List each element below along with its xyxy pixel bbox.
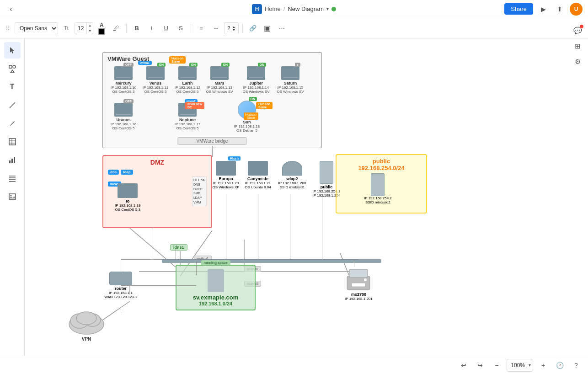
mx2700-node[interactable]: mx2700 IP 192.168.1.201 [345,267,373,301]
venus-server-icon [146,66,165,80]
pages-button[interactable]: ⊞ [571,39,584,53]
line-tool[interactable] [4,97,21,113]
fill-button[interactable]: ▣ [261,22,274,35]
history-button[interactable]: 🕐 [553,359,566,372]
chart-tool[interactable] [4,152,21,168]
ganymede-label: Ganymede [247,176,268,181]
jupiter-node[interactable]: ON Jupiter IP 192.168.1.14 OS Windows SV [240,66,272,94]
spacing-button[interactable]: ↔ [209,22,222,35]
shapes-tool[interactable] [4,60,21,77]
public2-node[interactable]: IP 192.168.254.2 SSID mintssid2 [364,173,392,204]
io-node[interactable]: Io IP 192.168.1.19 OS CentOS 5.3 [115,183,140,212]
svg-rect-0 [9,65,12,68]
saturn-server-icon [281,66,299,80]
font-type-button[interactable]: Tt [60,22,73,35]
zoom-dropdown-arrow[interactable]: ▾ [529,363,533,368]
ganymede-node[interactable]: Ganymede IP 192.168.1.21 OS Ubuntu 8.04 [242,161,274,189]
notification-badge [580,25,583,28]
home-link[interactable]: Home [265,5,281,12]
font-size-control[interactable]: 12 ▲ ▼ [75,22,93,34]
uranus-os: OS CentOS 5 [112,126,135,130]
underline-button[interactable]: U [160,22,172,35]
mvm-new-badge: mvm newDC [185,102,204,109]
jupiter-os: OS Windows SV [242,90,269,94]
zoom-value[interactable]: 100% [507,362,529,369]
uranus-node[interactable]: OFF Uranus IP 192.168.1.16 OS CentOS 5 [107,103,139,130]
neptune-label: Neptune [179,118,196,122]
italic-button[interactable]: I [145,22,158,35]
diagram-dropdown-icon[interactable]: ▾ [326,6,329,11]
ldap-badge: ldap [121,170,133,175]
font-color-button[interactable]: A [95,22,108,35]
earth-status: ON [189,63,198,67]
redo-button[interactable]: ↪ [474,359,486,372]
line-spacing-down[interactable]: ▼ [232,28,235,32]
gear-icon: ⚙ [575,58,581,66]
earth-os: OS CentOS 5 [176,90,199,94]
sun-extra-badge: HudsonSlave [244,112,258,120]
line-mx2700-bus [354,259,354,267]
venus-ip: IP 192.168.1.11 [143,85,168,90]
back-button[interactable]: ‹ [5,4,16,15]
svg-point-31 [76,312,96,325]
cloud-icon [66,308,107,336]
line-wlap2-bus [290,194,290,259]
wlap2-node[interactable]: wlap2 IP 192.168.1.200 SSID mintssid1 [276,161,308,189]
zoom-out-button[interactable]: − [490,359,503,372]
earth-node[interactable]: ON Earth IP 192.168.1.12 OS CentOS 5 [171,66,203,94]
undo-button[interactable]: ↩ [457,359,470,372]
share-button[interactable]: Share [504,3,533,15]
public-box-title: public 192.168.254.0/24 [358,158,404,171]
vpn-node[interactable]: VPN [66,308,107,342]
pencil-tool[interactable] [4,115,21,132]
bold-button[interactable]: B [130,22,143,35]
dmz-title: DMZ [150,159,164,166]
saturn-ip: IP 192.168.1.15 [278,85,303,90]
saturn-status: ● [295,63,300,67]
line-spacing-control[interactable]: 2 ▲ ▼ [224,22,239,34]
list-tool[interactable] [4,170,21,187]
hudson-slave-badge: HudsonSlave [169,56,186,64]
europa-node[interactable]: Hissh Europa IP 192.168.1.20 OS Windows … [210,161,242,189]
line-spacing-up[interactable]: ▲ [232,25,235,28]
jupiter-label: Jupiter [249,81,263,85]
link-button[interactable]: 🔗 [246,22,259,35]
zoom-control[interactable]: 100% ▾ [507,359,533,372]
align-button[interactable]: ≡ [195,22,208,35]
venus-node[interactable]: ON Venus IP 192.168.1.11 OS CentOS 5 [139,66,171,94]
more-button[interactable]: ⋯ [276,22,289,35]
text-tool[interactable]: T [4,79,21,95]
export-button[interactable]: ⬆ [553,3,566,16]
strikethrough-button[interactable]: S [174,22,187,35]
zoom-in-button[interactable]: + [537,359,550,372]
user-avatar[interactable]: U [570,3,583,16]
toolbar-separator-3 [242,24,243,33]
font-size-down[interactable]: ▼ [87,28,93,34]
europa-server-icon [216,161,236,176]
line-ganymede-bus [258,194,258,259]
table-tool[interactable] [4,134,21,150]
notifications-button[interactable]: 💬 [571,24,584,37]
help-button[interactable]: ? [570,359,583,372]
font-size-arrows[interactable]: ▲ ▼ [86,23,93,34]
mercury-node[interactable]: OFF Mercury IP 192.168.1.10 OS CentOS 3 [107,66,139,94]
diagram-canvas[interactable]: VMWare Guest OFF Mercury IP 192.168.1.10… [25,38,588,356]
settings-button[interactable]: ⚙ [571,55,584,69]
cursor-tool[interactable] [4,42,21,59]
font-size-up[interactable]: ▲ [87,23,93,28]
font-family-select[interactable]: Open Sans [15,22,58,34]
uranus-ip: IP 192.168.1.16 [111,122,136,126]
image-tool[interactable] [4,188,21,205]
venus-label: Venus [150,81,162,85]
mars-node[interactable]: ON Mars IP 192.168.1.13 OS Windows SV [203,66,235,94]
play-button[interactable]: ▶ [537,3,550,16]
font-color-swatch [98,28,105,35]
saturn-node[interactable]: ● Saturn IP 192.168.1.15 OS Windows SV [274,66,306,94]
diagram-name[interactable]: New Diagram [288,5,324,12]
mercury-label: Mercury [115,81,131,85]
uranus-label: Uranus [116,118,130,122]
highlight-button[interactable]: 🖊 [110,22,123,35]
jupiter-server-icon [247,66,265,80]
mx2700-label: mx2700 [351,292,366,297]
toolbar-drag-handle[interactable]: ⠿ [5,25,10,32]
